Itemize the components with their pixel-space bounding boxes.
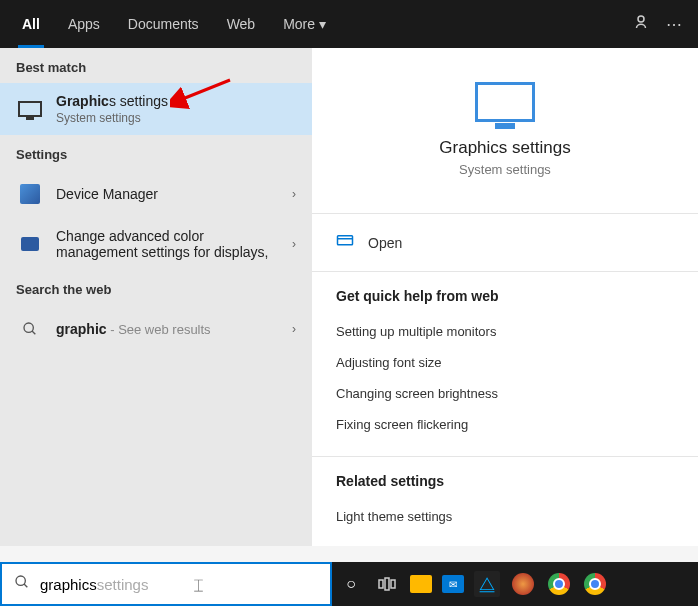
tab-documents[interactable]: Documents <box>114 0 213 48</box>
quick-help-header: Get quick help from web <box>336 288 674 304</box>
result-graphics-settings[interactable]: Graphics settings System settings <box>0 83 312 135</box>
result-color-management[interactable]: Change advanced color management setting… <box>0 218 312 270</box>
link-flickering[interactable]: Fixing screen flickering <box>336 409 674 440</box>
link-font-size[interactable]: Adjusting font size <box>336 347 674 378</box>
tab-apps[interactable]: Apps <box>54 0 114 48</box>
chevron-down-icon: ▾ <box>319 16 326 32</box>
mail-icon[interactable]: ✉ <box>442 575 464 593</box>
search-header-tabs: All Apps Documents Web More ▾ ⋯ <box>0 0 698 48</box>
text-cursor-icon: ⌶ <box>194 576 203 593</box>
link-brightness[interactable]: Changing screen brightness <box>336 378 674 409</box>
more-options-icon[interactable]: ⋯ <box>666 15 682 34</box>
tab-web[interactable]: Web <box>213 0 270 48</box>
result-device-manager[interactable]: Device Manager › <box>0 170 312 218</box>
app-icon[interactable] <box>510 571 536 597</box>
chevron-right-icon: › <box>292 187 296 201</box>
explorer-icon[interactable] <box>410 575 432 593</box>
svg-rect-11 <box>391 580 395 588</box>
tab-all[interactable]: All <box>8 0 54 48</box>
monitor-large-icon <box>336 82 674 122</box>
svg-rect-9 <box>379 580 383 588</box>
section-settings: Settings <box>0 135 312 170</box>
cortana-icon[interactable]: ○ <box>338 571 364 597</box>
open-action[interactable]: Open <box>336 230 674 255</box>
detail-panel: Graphics settings System settings Open G… <box>312 48 698 546</box>
link-monitors[interactable]: Setting up multiple monitors <box>336 316 674 347</box>
related-header: Related settings <box>336 473 674 489</box>
result-web-search[interactable]: graphic - See web results › <box>0 305 312 353</box>
search-icon <box>14 574 30 594</box>
device-manager-icon <box>16 180 44 208</box>
detail-subtitle: System settings <box>336 162 674 177</box>
svg-point-7 <box>16 576 25 585</box>
section-search-web: Search the web <box>0 270 312 305</box>
link-light-theme[interactable]: Light theme settings <box>336 501 674 532</box>
chevron-right-icon: › <box>292 237 296 251</box>
svg-line-4 <box>32 331 35 334</box>
chrome-icon[interactable] <box>546 571 572 597</box>
svg-line-8 <box>24 584 27 587</box>
color-mgmt-icon <box>16 230 44 258</box>
predator-icon[interactable]: ⧋ <box>474 571 500 597</box>
feedback-icon[interactable] <box>632 13 650 35</box>
open-icon <box>336 234 356 251</box>
results-panel: Best match Graphics settings System sett… <box>0 48 312 546</box>
svg-rect-10 <box>385 578 389 590</box>
task-view-icon[interactable] <box>374 571 400 597</box>
chevron-right-icon: › <box>292 322 296 336</box>
detail-title: Graphics settings <box>336 138 674 158</box>
svg-rect-5 <box>338 236 353 245</box>
tab-more[interactable]: More ▾ <box>269 0 340 48</box>
search-input[interactable]: graphics settings ⌶ <box>0 562 332 606</box>
monitor-icon <box>16 95 44 123</box>
svg-point-0 <box>638 16 644 22</box>
taskbar: ○ ✉ ⧋ <box>332 562 698 606</box>
svg-point-3 <box>24 323 33 332</box>
chrome-icon-2[interactable] <box>582 571 608 597</box>
section-best-match: Best match <box>0 48 312 83</box>
search-icon <box>16 315 44 343</box>
